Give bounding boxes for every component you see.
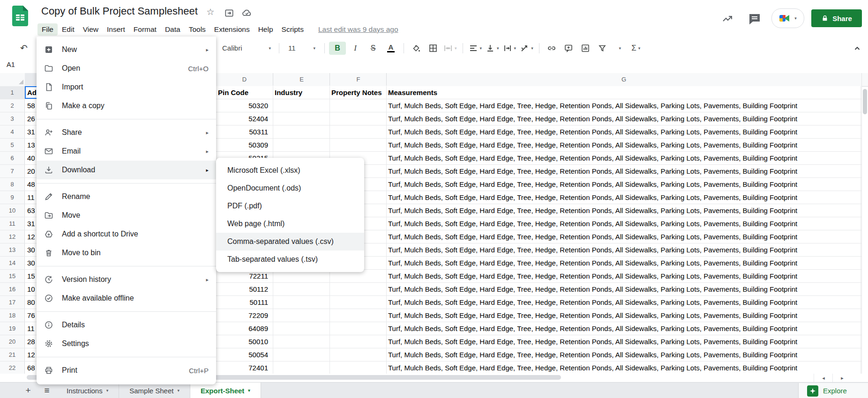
cell-g[interactable]: Turf, Mulch Beds, Soft Edge, Hard Edge, …: [388, 361, 860, 374]
cell-a[interactable]: 12: [25, 348, 38, 361]
cell-a[interactable]: 10: [25, 283, 38, 295]
submenu-item-tsv[interactable]: Tab-separated values (.tsv): [216, 251, 364, 268]
cell-f[interactable]: [331, 296, 385, 309]
cell-a[interactable]: 26: [25, 112, 38, 125]
explore-button[interactable]: Explore: [798, 383, 868, 398]
row-number[interactable]: 12: [0, 230, 25, 243]
cell-g[interactable]: Turf, Mulch Beds, Soft Edge, Hard Edge, …: [388, 322, 860, 335]
row-number[interactable]: 17: [0, 296, 25, 309]
cell-g[interactable]: Turf, Mulch Beds, Soft Edge, Hard Edge, …: [388, 335, 860, 348]
cell-f[interactable]: [331, 348, 385, 361]
column-header-e[interactable]: E: [273, 73, 330, 86]
cell-e[interactable]: [275, 125, 327, 138]
menubar-item-insert[interactable]: Insert: [103, 23, 129, 36]
menu-item-print[interactable]: Print Ctrl+P: [37, 361, 216, 380]
text-color-button[interactable]: A: [382, 42, 399, 55]
menu-item-new[interactable]: New ▸: [37, 40, 216, 59]
cell-f[interactable]: [331, 322, 385, 335]
cell-e[interactable]: [275, 335, 327, 348]
row-number[interactable]: 1: [0, 86, 25, 99]
row-number[interactable]: 8: [0, 178, 25, 191]
row-number[interactable]: 9: [0, 191, 25, 204]
cell-a[interactable]: 20: [25, 165, 38, 177]
sheet-tab-sample-sheet[interactable]: Sample Sheet ▾: [119, 383, 190, 398]
submenu-item-csv[interactable]: Comma-separated values (.csv): [216, 233, 364, 251]
row-number[interactable]: 3: [0, 112, 25, 125]
trending-chart-icon[interactable]: [721, 12, 734, 25]
cell-g[interactable]: Turf, Mulch Beds, Soft Edge, Hard Edge, …: [388, 257, 860, 269]
cell-g[interactable]: Turf, Mulch Beds, Soft Edge, Hard Edge, …: [388, 152, 860, 164]
row-number[interactable]: 2: [0, 99, 25, 112]
row-number[interactable]: 6: [0, 152, 25, 164]
scroll-left-button[interactable]: ◂: [814, 374, 833, 382]
submenu-item-ods[interactable]: OpenDocument (.ods): [216, 179, 364, 197]
cell-g[interactable]: Turf, Mulch Beds, Soft Edge, Hard Edge, …: [388, 283, 860, 295]
name-box[interactable]: A1: [7, 61, 15, 68]
row-number[interactable]: 5: [0, 139, 25, 151]
italic-button[interactable]: I: [347, 42, 364, 55]
menubar-item-scripts[interactable]: Scripts: [277, 23, 308, 36]
bold-button[interactable]: B: [329, 42, 346, 55]
menu-item-email[interactable]: Email ▸: [37, 142, 216, 161]
functions-button[interactable]: Σ ▾: [628, 42, 644, 55]
menu-item-share[interactable]: Share ▸: [37, 123, 216, 142]
menu-item-download[interactable]: Download ▸: [37, 161, 216, 179]
cell-f[interactable]: [331, 361, 385, 374]
cell-a[interactable]: 40: [25, 152, 38, 164]
row-number[interactable]: 22: [0, 361, 25, 374]
add-sheet-button[interactable]: +: [19, 383, 37, 398]
cell-a[interactable]: 80: [25, 296, 38, 309]
cell-g[interactable]: Turf, Mulch Beds, Soft Edge, Hard Edge, …: [388, 112, 860, 125]
cell-e[interactable]: Industry: [275, 86, 327, 99]
menu-item-make-available-offline[interactable]: Make available offline: [37, 289, 216, 308]
sheet-tab-export-sheet[interactable]: Export-Sheet ▾: [190, 383, 261, 398]
menu-item-make-a-copy[interactable]: Make a copy: [37, 96, 216, 115]
submenu-item-xlsx[interactable]: Microsoft Excel (.xlsx): [216, 162, 364, 179]
vertical-scrollbar-thumb[interactable]: [863, 89, 867, 114]
column-header-g[interactable]: G: [386, 73, 861, 86]
scroll-right-button[interactable]: ▸: [832, 374, 852, 382]
meet-join-button[interactable]: ▾: [771, 8, 804, 28]
cell-a[interactable]: 76: [25, 309, 38, 322]
cell-a[interactable]: 31: [25, 217, 38, 230]
row-number[interactable]: 14: [0, 257, 25, 269]
share-button[interactable]: Share: [811, 9, 862, 27]
cell-f[interactable]: [331, 139, 385, 151]
cell-a[interactable]: 31: [25, 125, 38, 138]
cell-g[interactable]: Turf, Mulch Beds, Soft Edge, Hard Edge, …: [388, 204, 860, 217]
font-size-select[interactable]: 11 ▾: [284, 42, 320, 55]
cell-g[interactable]: Turf, Mulch Beds, Soft Edge, Hard Edge, …: [388, 139, 860, 151]
menubar-item-data[interactable]: Data: [161, 23, 185, 36]
cell-e[interactable]: [275, 309, 327, 322]
select-all-corner[interactable]: [0, 73, 25, 86]
row-number[interactable]: 18: [0, 309, 25, 322]
cell-e[interactable]: [275, 139, 327, 151]
cell-a[interactable]: 68: [25, 361, 38, 374]
column-header-a[interactable]: [25, 73, 37, 86]
menubar-item-file[interactable]: File: [37, 23, 58, 36]
column-header-f[interactable]: F: [329, 73, 387, 86]
cell-e[interactable]: [275, 296, 327, 309]
cell-g[interactable]: Turf, Mulch Beds, Soft Edge, Hard Edge, …: [388, 165, 860, 177]
cell-d[interactable]: Pin Code: [218, 86, 269, 99]
create-filter-button[interactable]: [594, 42, 610, 55]
strikethrough-button[interactable]: S: [365, 42, 382, 55]
cell-e[interactable]: [275, 348, 327, 361]
cell-e[interactable]: [275, 283, 327, 295]
menu-item-add-shortcut-to-drive[interactable]: Add a shortcut to Drive: [37, 225, 216, 243]
sheet-tab-instructions[interactable]: Instructions ▾: [56, 383, 119, 398]
cell-g[interactable]: Turf, Mulch Beds, Soft Edge, Hard Edge, …: [388, 296, 860, 309]
cell-a[interactable]: 13: [25, 139, 38, 151]
cell-g[interactable]: Turf, Mulch Beds, Soft Edge, Hard Edge, …: [388, 99, 860, 112]
document-title[interactable]: Copy of Bulk Project Samplesheet: [41, 5, 198, 17]
cell-a[interactable]: 30: [25, 257, 38, 269]
cell-g[interactable]: Turf, Mulch Beds, Soft Edge, Hard Edge, …: [388, 178, 860, 191]
cell-a[interactable]: Ad: [25, 86, 38, 99]
row-number[interactable]: 10: [0, 204, 25, 217]
insert-link-button[interactable]: [544, 42, 560, 55]
cell-g[interactable]: Turf, Mulch Beds, Soft Edge, Hard Edge, …: [388, 191, 860, 204]
cell-a[interactable]: 63: [25, 204, 38, 217]
cell-g[interactable]: Turf, Mulch Beds, Soft Edge, Hard Edge, …: [388, 270, 860, 282]
cell-e[interactable]: [275, 322, 327, 335]
cell-a[interactable]: 11: [25, 322, 38, 335]
